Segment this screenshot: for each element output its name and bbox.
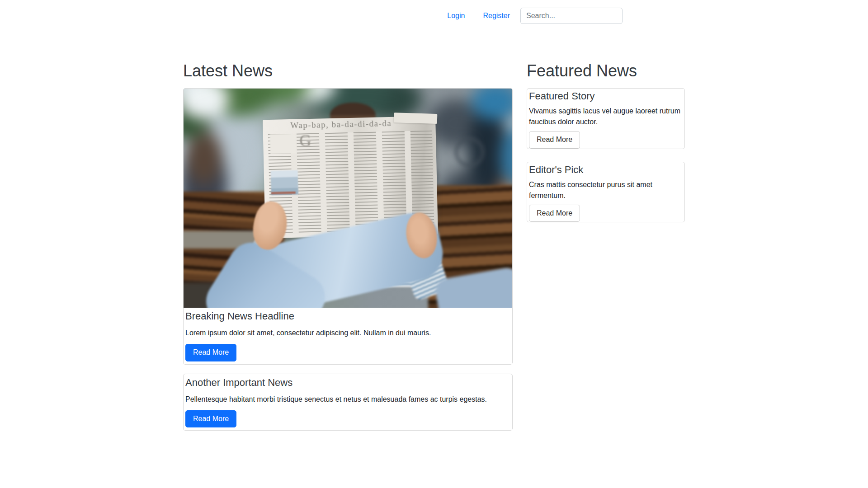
featured-card-story: Featured Story Vivamus sagittis lacus ve… (527, 88, 685, 149)
featured-excerpt: Vivamus sagittis lacus vel augue laoreet… (529, 106, 683, 127)
featured-card-body: Featured Story Vivamus sagittis lacus ve… (527, 89, 684, 148)
newspaper-folded-corner (394, 113, 438, 124)
read-more-button[interactable]: Read More (529, 131, 580, 148)
read-more-button[interactable]: Read More (529, 205, 580, 222)
top-nav-inner: Login Register (183, 0, 685, 32)
article-card-body: Breaking News Headline Lorem ipsum dolor… (184, 308, 512, 364)
newspaper-dropcap-area (270, 134, 297, 154)
login-link[interactable]: Login (447, 12, 465, 20)
featured-title: Featured Story (529, 90, 683, 102)
latest-news-section: Latest News Wap-bap, ba-da-di-da-da G (183, 61, 513, 440)
article-card-another-news: Another Important News Pellentesque habi… (183, 374, 513, 431)
content: Latest News Wap-bap, ba-da-di-da-da G (183, 61, 685, 467)
article-title: Another Important News (185, 377, 510, 389)
featured-news-heading: Featured News (527, 61, 685, 80)
article-excerpt: Pellentesque habitant morbi tristique se… (185, 394, 510, 405)
featured-card-editors-pick: Editor's Pick Cras mattis consectetur pu… (527, 162, 685, 222)
featured-excerpt: Cras mattis consectetur purus sit amet f… (529, 179, 683, 201)
newspaper-dropcap-letter: G (299, 132, 311, 149)
article-card-breaking-news: Wap-bap, ba-da-di-da-da G Breaking News … (183, 88, 513, 364)
top-nav: Login Register (0, 0, 868, 32)
newspaper-headline-text: Wap-bap, ba-da-di-da-da (290, 118, 392, 131)
read-more-button[interactable]: Read More (185, 344, 236, 361)
register-link[interactable]: Register (483, 12, 510, 20)
featured-card-body: Editor's Pick Cras mattis consectetur pu… (527, 162, 684, 222)
search-input[interactable] (520, 8, 623, 24)
read-more-button[interactable]: Read More (185, 410, 236, 427)
article-excerpt: Lorem ipsum dolor sit amet, consectetur … (185, 328, 510, 338)
article-card-body: Another Important News Pellentesque habi… (184, 374, 512, 430)
article-title: Breaking News Headline (185, 310, 510, 322)
featured-title: Editor's Pick (529, 164, 683, 176)
latest-news-heading: Latest News (183, 61, 513, 80)
featured-news-section: Featured News Featured Story Vivamus sag… (527, 61, 685, 235)
news-photo: Wap-bap, ba-da-di-da-da G (184, 89, 512, 308)
